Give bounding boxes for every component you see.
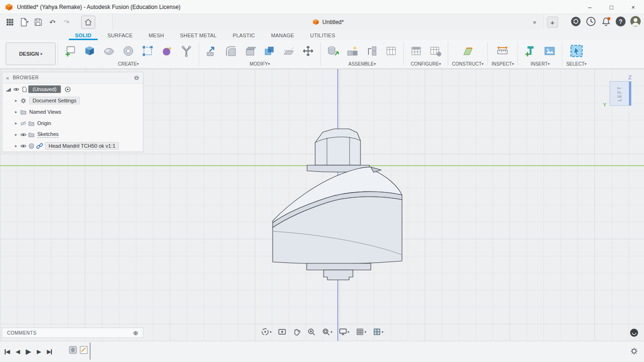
- modify-group-label[interactable]: MODIFY: [250, 61, 268, 67]
- browser-row-sketches[interactable]: ▸ Sketches: [2, 129, 143, 140]
- grid-display-button[interactable]: ▾: [354, 327, 368, 337]
- measure-button[interactable]: [494, 42, 511, 59]
- save-button[interactable]: [32, 16, 44, 28]
- notifications-bell-icon[interactable]: [601, 16, 611, 27]
- look-at-button[interactable]: [276, 327, 287, 337]
- sync-status-icon[interactable]: [570, 16, 581, 27]
- browser-row-named-views[interactable]: ▸ Named Views: [2, 106, 143, 118]
- configuration-table-button[interactable]: [408, 42, 425, 59]
- maximize-button[interactable]: □: [601, 0, 622, 14]
- zoom-button[interactable]: [305, 327, 317, 337]
- step-back-button[interactable]: ◀: [16, 348, 20, 355]
- press-pull-button[interactable]: [203, 42, 220, 59]
- select-group-label[interactable]: SELECT: [566, 61, 585, 67]
- timeline-position-marker[interactable]: [90, 343, 91, 360]
- display-settings-button[interactable]: ▾: [337, 327, 351, 337]
- create-group-label[interactable]: CREATE: [118, 61, 137, 67]
- step-forward-button[interactable]: ▶: [37, 348, 41, 355]
- job-status-clock-icon[interactable]: [585, 16, 596, 27]
- activate-radio-icon[interactable]: [65, 86, 71, 93]
- visibility-eye-icon[interactable]: [20, 132, 26, 138]
- viewport-corner-badge[interactable]: [630, 328, 638, 337]
- browser-row-origin[interactable]: ▸ Origin: [2, 118, 143, 129]
- browser-row-head-mandril[interactable]: ▸ Head Mandril TCH50 ok v1:1: [2, 140, 143, 152]
- visibility-eye-off-icon[interactable]: [20, 120, 26, 126]
- named-views-label[interactable]: Named Views: [29, 109, 61, 115]
- undo-button[interactable]: ↶ ▾: [46, 16, 59, 28]
- view-cube-face-label[interactable]: LEFT: [617, 86, 622, 101]
- create-sketch-button[interactable]: [62, 42, 79, 59]
- orbit-button[interactable]: ▾: [259, 327, 273, 337]
- canvas-button[interactable]: [541, 42, 558, 59]
- move-copy-button[interactable]: [300, 42, 317, 59]
- tab-solid[interactable]: SOLID: [69, 31, 98, 40]
- tab-sheet-metal[interactable]: SHEET METAL: [174, 31, 223, 40]
- pipe-button[interactable]: [178, 42, 195, 59]
- profile-avatar[interactable]: [630, 16, 641, 27]
- tab-mesh[interactable]: MESH: [142, 31, 170, 40]
- root-document-label[interactable]: (Unsaved): [28, 85, 61, 93]
- visibility-eye-icon[interactable]: [13, 86, 19, 93]
- configure-group-label[interactable]: CONFIGURE: [410, 61, 439, 67]
- data-panel-grid-icon[interactable]: [4, 16, 16, 28]
- visibility-eye-icon[interactable]: [20, 143, 26, 149]
- document-tab-close-icon[interactable]: ×: [530, 18, 539, 26]
- revolve-button[interactable]: [100, 42, 117, 59]
- viewports-button[interactable]: ▾: [371, 327, 385, 337]
- revolve-feature-icon[interactable]: [69, 346, 77, 354]
- motion-link-button[interactable]: [383, 42, 400, 59]
- document-tab[interactable]: Untitled* ×: [112, 14, 544, 30]
- pattern-button[interactable]: [139, 42, 156, 59]
- timeline-settings-gear-icon[interactable]: [630, 347, 638, 355]
- insert-derive-button[interactable]: [522, 42, 539, 59]
- pan-button[interactable]: [291, 327, 302, 337]
- shell-button[interactable]: [242, 42, 259, 59]
- expand-caret-icon[interactable]: ▸: [13, 143, 19, 148]
- tab-surface[interactable]: SURFACE: [101, 31, 139, 40]
- origin-label[interactable]: Origin: [37, 120, 51, 126]
- sketches-label[interactable]: Sketches: [37, 131, 59, 138]
- home-view-button[interactable]: [81, 16, 95, 29]
- fillet-button[interactable]: [222, 42, 239, 59]
- view-cube[interactable]: LEFT: [610, 81, 631, 106]
- file-menu-button[interactable]: ▾: [18, 16, 30, 28]
- offset-face-button[interactable]: [280, 42, 297, 59]
- configure-features-button[interactable]: [427, 42, 444, 59]
- expand-caret-icon[interactable]: ▸: [13, 132, 19, 137]
- go-to-end-button[interactable]: ▶: [47, 348, 52, 355]
- construct-group-label[interactable]: CONSTRUCT: [452, 61, 482, 67]
- combine-button[interactable]: [261, 42, 278, 59]
- play-button[interactable]: ▶: [25, 347, 31, 356]
- redo-button[interactable]: ↷ ▾: [60, 16, 73, 28]
- assemble-group-label[interactable]: ASSEMBLE: [349, 61, 374, 67]
- go-to-start-button[interactable]: ◀: [5, 348, 10, 355]
- close-button[interactable]: ×: [622, 0, 644, 14]
- new-document-tab-button[interactable]: +: [547, 17, 558, 28]
- add-comment-icon[interactable]: ⊕: [133, 329, 138, 337]
- browser-row-document-settings[interactable]: ▸ Document Settings: [2, 95, 143, 106]
- expand-caret-icon[interactable]: ▸: [13, 98, 19, 103]
- document-settings-label[interactable]: Document Settings: [29, 97, 80, 104]
- extrude-button[interactable]: [81, 42, 98, 59]
- create-form-button[interactable]: [159, 42, 176, 59]
- fit-button[interactable]: ▾: [320, 327, 334, 337]
- tab-manage[interactable]: MANAGE: [265, 31, 300, 40]
- browser-root-row[interactable]: (Unsaved): [2, 84, 143, 95]
- joint-button[interactable]: [344, 42, 361, 59]
- browser-minimize-icon[interactable]: ⊖: [134, 74, 139, 81]
- help-icon[interactable]: ?: [616, 17, 626, 26]
- insert-group-label[interactable]: INSERT: [530, 61, 548, 67]
- coil-button[interactable]: [120, 42, 137, 59]
- comments-bar[interactable]: COMMENTS ⊕: [2, 328, 143, 338]
- minimize-button[interactable]: –: [579, 0, 601, 14]
- inspect-group-label[interactable]: INSPECT: [492, 61, 512, 67]
- new-component-button[interactable]: [325, 42, 342, 59]
- head-mandril-label[interactable]: Head Mandril TCH50 ok v1:1: [45, 142, 119, 150]
- expand-caret-icon[interactable]: ▸: [13, 121, 19, 126]
- browser-collapse-icon[interactable]: «: [6, 75, 9, 81]
- sketch-feature-icon[interactable]: [80, 346, 88, 354]
- tab-utilities[interactable]: UTILITIES: [304, 31, 341, 40]
- design-workspace-dropdown[interactable]: DESIGN ▾: [6, 42, 56, 65]
- rigid-group-button[interactable]: [363, 42, 380, 59]
- select-window-button[interactable]: [568, 42, 585, 59]
